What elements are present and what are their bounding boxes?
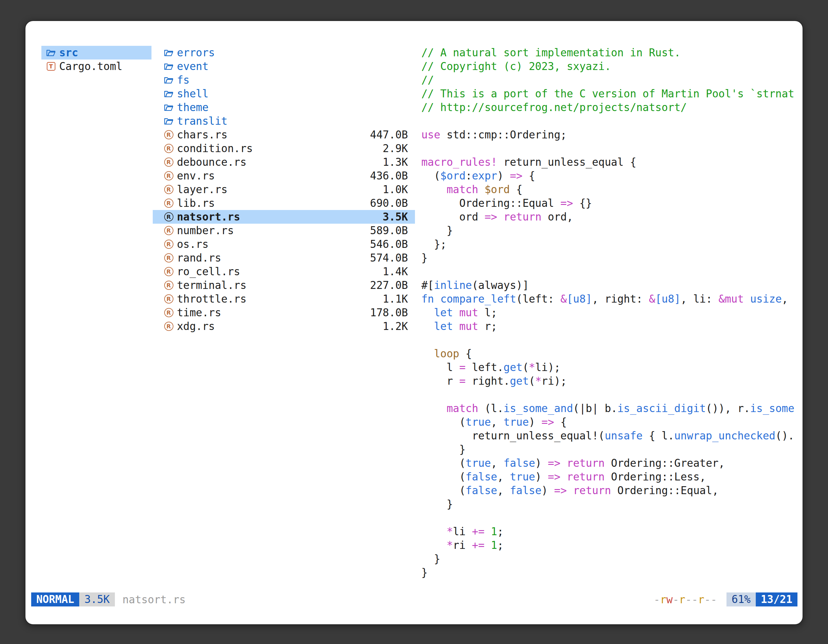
rust-file-icon: R [163,226,174,235]
item-label: rand.rs [177,252,221,264]
current-item-dir-translit[interactable]: translit [153,114,415,128]
toml-file-icon: T [45,62,56,71]
code-line: } [421,443,803,456]
code-line: (true, true) => { [421,415,803,429]
code-line [421,114,803,128]
current-item-file-time.rs[interactable]: Rtime.rs178.0B [153,306,415,320]
code-line: // A natural sort implementation in Rust… [421,46,803,60]
code-line: } [421,251,803,265]
cursor-position-badge: 13/21 [756,592,797,606]
item-size: 1.4K [383,265,408,278]
code-line: // [421,73,803,87]
item-label: lib.rs [177,197,215,209]
item-size: 3.5K [383,211,408,223]
code-line: // This is a port of the C version of Ma… [421,87,803,100]
folder-icon [163,75,174,85]
code-line: (false, false) => return Ordering::Equal… [421,484,803,497]
current-item-file-terminal.rs[interactable]: Rterminal.rs227.0B [153,278,415,292]
code-line: r = right.get(*ri); [421,374,803,388]
folder-icon [163,102,174,113]
current-item-file-condition.rs[interactable]: Rcondition.rs2.9K [153,142,415,155]
rust-file-icon: R [163,253,174,263]
item-label: debounce.rs [177,156,246,168]
item-label: os.rs [177,238,209,251]
parent-item-file-Cargo.toml[interactable]: TCargo.toml [41,60,152,73]
current-item-file-chars.rs[interactable]: Rchars.rs447.0B [153,128,415,142]
code-line [421,333,803,347]
current-item-dir-shell[interactable]: shell [153,87,415,100]
code-line: } [421,566,803,580]
code-line [421,388,803,401]
item-label: src [59,47,78,59]
item-label: condition.rs [177,142,252,155]
preview-pane[interactable]: // A natural sort implementation in Rust… [421,46,803,591]
parent-item-dir-src[interactable]: src [41,46,152,60]
file-size-badge: 3.5K [79,592,114,606]
item-label: theme [177,101,209,114]
status-bar: NORMAL 3.5K natsort.rs -rw-r--r-- 61% 13… [31,592,797,606]
current-item-file-rand.rs[interactable]: Rrand.rs574.0B [153,251,415,265]
item-size: 546.0B [370,238,408,251]
current-item-file-throttle.rs[interactable]: Rthrottle.rs1.1K [153,292,415,306]
code-line: l = left.get(*li); [421,360,803,374]
item-label: Cargo.toml [59,60,122,72]
code-line [421,511,803,525]
item-size: 574.0B [370,252,408,264]
parent-pane: srcTCargo.toml [41,46,152,73]
folder-icon [45,48,56,58]
current-item-file-os.rs[interactable]: Ros.rs546.0B [153,237,415,251]
code-line: Ordering::Equal => {} [421,196,803,210]
item-label: terminal.rs [177,279,246,291]
code-line: // Copyright (c) 2023, sxyazi. [421,60,803,73]
current-item-dir-fs[interactable]: fs [153,73,415,87]
item-label: ro_cell.rs [177,265,240,278]
current-item-file-number.rs[interactable]: Rnumber.rs589.0B [153,224,415,237]
rust-file-icon: R [163,130,174,139]
status-bar-left: NORMAL 3.5K natsort.rs [31,592,185,606]
code-line [421,142,803,155]
current-item-dir-theme[interactable]: theme [153,100,415,114]
current-pane: errorseventfsshellthemetranslitRchars.rs… [153,46,415,333]
scroll-percent-badge: 61% [726,592,756,606]
current-item-file-debounce.rs[interactable]: Rdebounce.rs1.3K [153,155,415,169]
item-size: 1.0K [383,183,408,196]
current-item-file-xdg.rs[interactable]: Rxdg.rs1.2K [153,320,415,333]
item-label: natsort.rs [177,211,240,223]
current-item-file-ro_cell.rs[interactable]: Rro_cell.rs1.4K [153,265,415,278]
rust-file-icon: R [163,308,174,317]
rust-file-icon: R [163,280,174,290]
folder-icon [163,48,174,58]
item-label: number.rs [177,224,234,237]
current-item-dir-errors[interactable]: errors [153,46,415,60]
item-label: chars.rs [177,128,227,141]
item-label: throttle.rs [177,293,246,305]
rust-file-icon: R [163,212,174,221]
current-item-file-lib.rs[interactable]: Rlib.rs690.0B [153,196,415,210]
item-size: 589.0B [370,224,408,237]
item-label: xdg.rs [177,320,215,332]
code-line: ord => return ord, [421,210,803,224]
code-line: (false, true) => return Ordering::Less, [421,470,803,484]
item-label: layer.rs [177,183,227,196]
item-size: 690.0B [370,197,408,209]
rust-file-icon: R [163,158,174,167]
code-line: // http://sourcefrog.net/projects/natsor… [421,100,803,114]
item-size: 2.9K [383,142,408,155]
current-item-dir-event[interactable]: event [153,60,415,73]
rust-file-icon: R [163,322,174,331]
code-line: return_unless_equal!(unsafe { l.unwrap_u… [421,429,803,443]
code-line: *li += 1; [421,525,803,538]
current-item-file-layer.rs[interactable]: Rlayer.rs1.0K [153,183,415,196]
item-label: fs [177,74,190,86]
mode-badge: NORMAL [31,592,79,606]
rust-file-icon: R [163,199,174,208]
item-size: 1.2K [383,320,408,332]
code-line: match (l.is_some_and(|b| b.is_ascii_digi… [421,401,803,415]
current-item-file-natsort.rs[interactable]: Rnatsort.rs3.5K [153,210,415,224]
item-label: event [177,60,209,72]
item-size: 436.0B [370,169,408,182]
item-size: 227.0B [370,279,408,291]
code-line: use std::cmp::Ordering; [421,128,803,142]
code-line: let mut r; [421,320,803,333]
current-item-file-env.rs[interactable]: Renv.rs436.0B [153,169,415,183]
